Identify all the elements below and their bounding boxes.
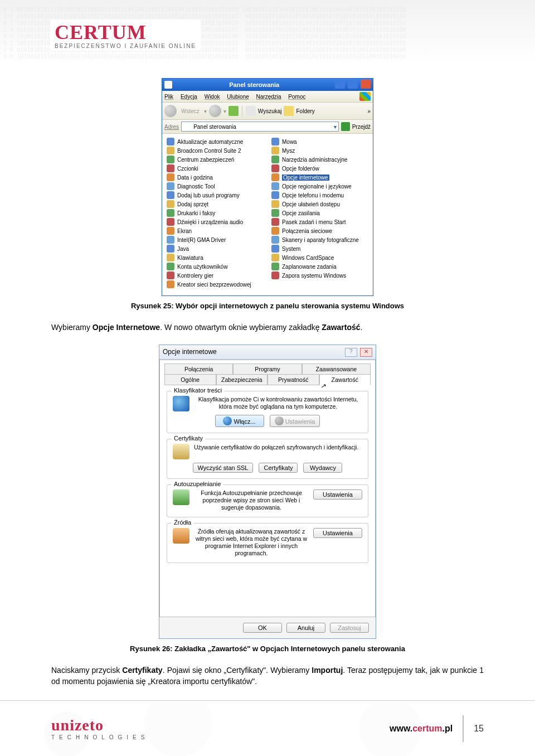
menu-plik[interactable]: Plik: [164, 94, 173, 100]
control-panel-item[interactable]: Narzędzia administracyjne: [271, 155, 368, 164]
control-panel-item[interactable]: Java: [167, 244, 264, 253]
maximize-button[interactable]: [348, 80, 358, 89]
control-panel-item[interactable]: Opcje internetowe: [271, 173, 368, 182]
control-panel-item[interactable]: Dodaj lub usuń programy: [167, 191, 264, 200]
group-text: Używanie certyfikatów do połączeń szyfro…: [194, 444, 358, 459]
window-buttons[interactable]: [334, 80, 371, 90]
item-label: Czcionki: [177, 166, 198, 172]
tab-zabezpieczenia[interactable]: Zabezpieczenia: [216, 374, 268, 385]
help-button[interactable]: ?: [345, 348, 357, 357]
tab-zaawansowane[interactable]: Zaawansowane: [302, 364, 371, 375]
control-panel-item[interactable]: Połączenia sieciowe: [271, 226, 368, 235]
feed-settings-button[interactable]: Ustawienia: [313, 528, 362, 538]
go-label[interactable]: Przejdź: [352, 124, 371, 130]
clear-ssl-button[interactable]: Wyczyść stan SSL: [193, 463, 254, 473]
control-panel-item[interactable]: Opcje telefonu i modemu: [271, 191, 368, 200]
figure-internet-options: Opcje internetowe ? ✕ Połączenia Program…: [51, 345, 484, 653]
control-panel-item[interactable]: Drukarki i faksy: [167, 209, 264, 217]
address-dropdown-icon[interactable]: ▾: [334, 124, 337, 130]
back-button[interactable]: [164, 105, 177, 117]
search-icon[interactable]: [246, 106, 256, 116]
folders-label[interactable]: Foldery: [296, 108, 314, 114]
item-icon: [271, 200, 279, 208]
control-panel-item[interactable]: Diagnostic Tool: [167, 182, 264, 191]
control-panel-item[interactable]: Windows CardSpace: [271, 253, 368, 262]
control-panel-item[interactable]: Opcje zasilania: [271, 209, 368, 217]
control-panel-item[interactable]: Aktualizacje automatyczne: [167, 137, 264, 146]
control-panel-item[interactable]: Kontrolery gier: [167, 271, 264, 280]
menu-widok[interactable]: Widok: [205, 94, 220, 100]
close-button[interactable]: [361, 80, 371, 89]
enable-button[interactable]: Włącz...: [215, 415, 264, 427]
control-panel-item[interactable]: Pasek zadań i menu Start: [271, 217, 368, 226]
dialog-title: Opcje internetowe: [163, 348, 217, 356]
control-panel-item[interactable]: Data i godzina: [167, 173, 264, 182]
control-panel-item[interactable]: Klawiatura: [167, 253, 264, 262]
autocomplete-settings-button[interactable]: Ustawienia: [313, 490, 362, 500]
control-panel-item[interactable]: Opcje regionalne i językowe: [271, 182, 368, 191]
item-icon: [167, 138, 174, 146]
control-panel-item[interactable]: Opcje ułatwień dostępu: [271, 200, 368, 209]
minimize-button[interactable]: [335, 80, 345, 89]
folders-icon[interactable]: [284, 106, 294, 116]
dialog-close-button[interactable]: ✕: [360, 348, 372, 357]
item-label: Drukarki i faksy: [177, 210, 215, 216]
tab-polaczenia[interactable]: Połączenia: [164, 364, 233, 375]
item-icon: [167, 218, 174, 226]
control-panel-item[interactable]: Konta użytkowników: [167, 262, 264, 271]
item-label: Opcje zasilania: [282, 210, 320, 216]
item-label: Skanery i aparaty fotograficzne: [282, 237, 359, 243]
control-panel-item[interactable]: Mysz: [271, 146, 368, 155]
footer-brand-tag: TECHNOLOGIES: [51, 734, 149, 740]
figure1-caption: Rysunek 25: Wybór opcji internetowych z …: [51, 302, 484, 310]
control-panel-item[interactable]: Broadcom Control Suite 2: [167, 146, 264, 155]
titlebar: Panel sterowania: [162, 79, 373, 91]
control-panel-item[interactable]: Dźwięki i urządzenia audio: [167, 217, 264, 226]
group-label: Certyfikaty: [172, 435, 205, 442]
address-field[interactable]: Panel sterowania ▾: [181, 122, 339, 132]
menu-narzedzia[interactable]: Narzędzia: [256, 94, 281, 100]
tab-ogolne[interactable]: Ogólne: [164, 374, 216, 385]
internet-options-dialog: Opcje internetowe ? ✕ Połączenia Program…: [159, 345, 376, 639]
windows-logo-icon: [359, 92, 371, 101]
control-panel-item[interactable]: Ekran: [167, 226, 264, 235]
tab-prywatnosc[interactable]: Prywatność: [268, 374, 319, 385]
tab-zawartosc[interactable]: Zawartość: [319, 374, 371, 385]
apply-button: Zastosuj: [330, 623, 369, 633]
ok-button[interactable]: OK: [243, 623, 282, 633]
menu-ulubione[interactable]: Ulubione: [227, 94, 249, 100]
item-icon: [271, 191, 279, 199]
control-panel-item[interactable]: Intel(R) GMA Driver: [167, 235, 264, 244]
search-label[interactable]: Wyszukaj: [258, 108, 282, 114]
group-text: Klasyfikacja pomoże Ci w kontrolowaniu z…: [194, 396, 362, 411]
certificates-button[interactable]: Certyfikaty: [259, 463, 298, 473]
forward-button[interactable]: [209, 105, 221, 117]
control-panel-item[interactable]: Skanery i aparaty fotograficzne: [271, 235, 368, 244]
item-icon: [271, 182, 279, 190]
up-icon[interactable]: [228, 106, 239, 116]
paragraph-1: Wybieramy Opcje Internetowe. W nowo otwa…: [51, 322, 484, 333]
group-label: Klasyfikator treści: [172, 387, 224, 394]
control-panel-item[interactable]: Mowa: [271, 137, 368, 146]
control-panel-item[interactable]: System: [271, 244, 368, 253]
control-panel-item[interactable]: Centrum zabezpieczeń: [167, 155, 264, 164]
menu-pomoc[interactable]: Pomoc: [288, 94, 305, 100]
cancel-button[interactable]: Anuluj: [286, 623, 325, 633]
item-icon: [167, 263, 174, 270]
tab-programy[interactable]: Programy: [233, 364, 301, 375]
control-panel-item[interactable]: Kreator sieci bezprzewodowej: [167, 280, 264, 289]
menu-edycja[interactable]: Edycja: [181, 94, 197, 100]
control-panel-item[interactable]: Czcionki: [167, 164, 264, 173]
control-panel-item[interactable]: Zapora systemu Windows: [271, 271, 368, 280]
item-icon: [271, 227, 279, 235]
go-button-icon[interactable]: [341, 122, 350, 131]
control-panel-item[interactable]: Zaplanowane zadania: [271, 262, 368, 271]
dialog-body: Klasyfikator treści Klasyfikacja pomoże …: [159, 385, 376, 618]
brand-logo: CERTUM BEZPIECZEŃSTWO I ZAUFANIE ONLINE: [50, 20, 201, 50]
publishers-button[interactable]: Wydawcy: [303, 463, 342, 473]
control-panel-item[interactable]: Opcje folderów: [271, 164, 368, 173]
item-icon: [271, 138, 279, 146]
control-panel-item[interactable]: Dodaj sprzęt: [167, 200, 264, 209]
item-icon: [271, 209, 279, 217]
toolbar-more[interactable]: »: [367, 108, 371, 114]
